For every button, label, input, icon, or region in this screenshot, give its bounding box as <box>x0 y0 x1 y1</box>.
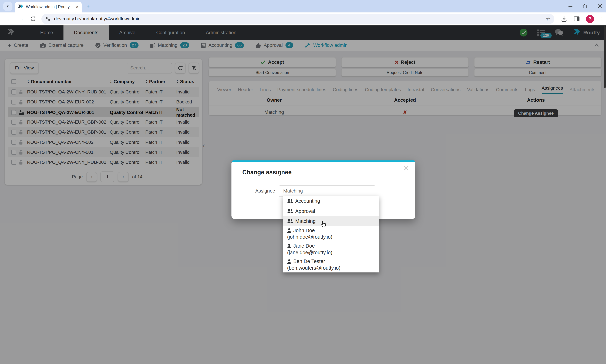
browser-toolbar: ← → dev.routty.be/portal/routty/#workflo… <box>0 13 606 26</box>
new-tab-button[interactable]: + <box>87 3 90 10</box>
browser-tab[interactable]: Workflow admin | Routty ✕ <box>15 1 82 13</box>
users-group-icon <box>287 209 293 213</box>
option-email: (ben.wouters@routty.io) <box>287 265 379 271</box>
option-jane-doe[interactable]: Jane Doe (jane.doe@routty.io) <box>283 242 379 257</box>
reload-icon[interactable] <box>30 16 36 22</box>
favicon-routty-icon <box>18 4 23 10</box>
modal-close-icon[interactable]: ✕ <box>403 164 409 172</box>
menu-kebab-icon[interactable]: ⋮ <box>600 16 605 22</box>
site-info-icon[interactable] <box>45 16 51 22</box>
forward-icon[interactable]: → <box>18 16 24 22</box>
user-icon <box>287 244 291 248</box>
user-icon <box>287 259 291 264</box>
assignee-dropdown: Accounting Approval Matching John Doe (j… <box>283 196 379 272</box>
modal-accent-bar <box>232 160 415 162</box>
option-approval[interactable]: Approval <box>283 206 379 216</box>
assignee-label: Assignee <box>232 188 279 194</box>
option-email: (john.doe@routty.io) <box>287 234 379 240</box>
profile-avatar[interactable]: B <box>586 15 594 23</box>
screen: ▾ Workflow admin | Routty ✕ + ← → dev.ro… <box>0 0 606 364</box>
window-restore-icon[interactable] <box>583 4 587 8</box>
option-accounting[interactable]: Accounting <box>283 196 379 206</box>
tab-title: Workflow admin | Routty <box>26 5 73 9</box>
bookmark-star-icon[interactable]: ☆ <box>546 16 550 22</box>
url-bar[interactable]: dev.routty.be/portal/routty/#workflowadm… <box>41 14 554 24</box>
option-ben-de-tester[interactable]: Ben De Tester (ben.wouters@routty.io) <box>283 257 379 273</box>
side-panel-icon[interactable] <box>574 16 580 22</box>
option-john-doe[interactable]: John Doe (john.doe@routty.io) <box>283 226 379 241</box>
user-icon <box>287 228 291 233</box>
dropdown-scrollbar[interactable] <box>604 26 606 88</box>
window-close-icon[interactable] <box>598 4 602 8</box>
users-group-icon <box>287 199 293 203</box>
users-group-icon <box>287 219 293 223</box>
browser-tab-strip: ▾ Workflow admin | Routty ✕ + <box>0 0 606 13</box>
mouse-cursor-icon <box>320 220 326 228</box>
option-email: (jane.doe@routty.io) <box>287 250 379 256</box>
option-matching[interactable]: Matching <box>283 216 379 226</box>
modal-title: Change assignee <box>242 169 415 176</box>
tab-search-button[interactable]: ▾ <box>3 2 13 11</box>
url-text: dev.routty.be/portal/routty/#workflowadm… <box>54 16 546 22</box>
download-icon[interactable] <box>561 16 567 22</box>
tab-close-icon[interactable]: ✕ <box>76 5 79 9</box>
window-minimize-icon[interactable] <box>568 4 573 8</box>
assignee-input[interactable] <box>279 185 375 196</box>
chevron-down-icon: ▾ <box>7 4 9 9</box>
back-icon[interactable]: ← <box>6 16 12 22</box>
